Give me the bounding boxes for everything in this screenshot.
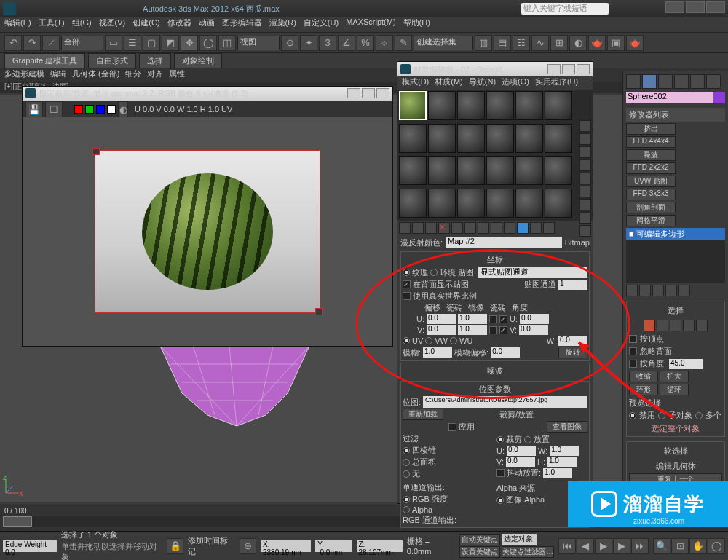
mat-menu-material[interactable]: 材质(M) (435, 76, 463, 90)
bg-icon[interactable] (579, 146, 591, 158)
sub-radio[interactable] (658, 412, 665, 419)
manip-icon[interactable]: ✦ (300, 35, 317, 51)
scale-icon[interactable]: ◫ (218, 35, 236, 51)
play-icon[interactable]: ▶ (595, 538, 612, 554)
menu-create[interactable]: 创建(C) (132, 17, 159, 32)
sample-slot[interactable] (515, 91, 543, 120)
img-close-button[interactable] (376, 88, 389, 98)
undo-icon[interactable]: ↶ (4, 35, 22, 51)
mat-min-button[interactable] (547, 64, 561, 74)
realworld-check[interactable] (403, 292, 411, 300)
sample-slot[interactable] (457, 189, 485, 218)
sub-edit[interactable]: 编辑 (50, 68, 66, 82)
sample-slot[interactable] (545, 156, 572, 185)
utilities-tab-icon[interactable] (706, 74, 721, 89)
a-channel[interactable] (107, 105, 116, 114)
u-tile-chk[interactable] (499, 315, 507, 323)
poly-subobj-icon[interactable] (683, 320, 695, 331)
area-radio[interactable] (403, 459, 410, 466)
imgalpha-radio[interactable] (496, 497, 504, 504)
sample-slot[interactable] (545, 91, 572, 120)
coord-display-icon[interactable]: ⊕ (240, 538, 256, 554)
create-tab-icon[interactable] (626, 74, 641, 89)
mat-menu-utils[interactable]: 实用程序(U) (535, 76, 578, 90)
u-mirror[interactable] (489, 315, 497, 323)
lock-icon[interactable]: 🔒 (167, 538, 183, 554)
menu-modifiers[interactable]: 修改器 (167, 17, 191, 32)
modifier-list-dropdown[interactable]: 修改器列表 (626, 108, 725, 122)
show-map-icon[interactable] (504, 222, 515, 234)
select-icon[interactable]: ▭ (105, 35, 122, 51)
orbit-icon[interactable]: ◯ (708, 538, 725, 554)
add-time-tag[interactable]: 添加时间标记 (188, 535, 234, 557)
menu-help[interactable]: 帮助(H) (403, 17, 430, 32)
edge-subobj-icon[interactable] (657, 320, 668, 331)
select-rect-icon[interactable]: ▢ (143, 35, 160, 51)
go-parent-icon[interactable] (530, 222, 542, 234)
schematic-icon[interactable]: ⊞ (550, 35, 568, 51)
g-channel[interactable] (85, 105, 94, 114)
map-name-field[interactable]: Map #2 (446, 237, 562, 248)
crop-v-spinner[interactable]: 0.0 (506, 457, 535, 467)
img-min-button[interactable] (347, 88, 360, 98)
texture-radio[interactable] (403, 269, 410, 276)
pyr-radio[interactable] (403, 447, 410, 454)
mono-icon[interactable]: ◐ (118, 101, 128, 117)
render-setup-icon[interactable]: 🫖 (588, 35, 606, 51)
percent-snap-icon[interactable]: % (357, 35, 374, 51)
goto-end-icon[interactable]: ⏭ (631, 538, 649, 554)
sample-slot[interactable] (399, 91, 427, 120)
options-icon[interactable] (579, 199, 591, 210)
configure-icon[interactable] (678, 285, 690, 296)
mod-noise[interactable]: 噪波 (626, 149, 676, 161)
named-selection[interactable]: 创建选择集 (414, 36, 473, 50)
mat-menu-nav[interactable]: 导航(N) (469, 76, 496, 90)
environ-radio[interactable] (430, 269, 438, 276)
zoom-all-icon[interactable]: ⊡ (671, 538, 689, 554)
rgbint-radio[interactable] (403, 496, 410, 503)
mod-chamfer[interactable]: 剖角剖面 (626, 202, 676, 213)
jitter-check[interactable] (496, 469, 505, 477)
snap-icon[interactable]: 3 (319, 35, 336, 51)
u-tile[interactable]: 1.0 (458, 314, 487, 324)
ref-coord[interactable]: 视图 (237, 36, 280, 50)
mat-id-icon[interactable] (491, 222, 502, 234)
minimize-button[interactable] (665, 1, 684, 13)
sample-slot[interactable] (457, 91, 485, 120)
ignoreback-check[interactable] (629, 347, 637, 355)
v-tile-chk[interactable] (499, 326, 507, 334)
crop-h-spinner[interactable]: 1.0 (547, 457, 577, 467)
video-check-icon[interactable] (579, 173, 591, 184)
show-end-icon[interactable] (517, 222, 529, 234)
mod-ffd4[interactable]: FFD 4x4x4 (626, 136, 676, 148)
u-offset[interactable]: 0.0 (427, 314, 456, 324)
vw-radio[interactable] (425, 337, 432, 344)
restore-button[interactable] (686, 1, 705, 13)
close-button[interactable] (706, 1, 725, 13)
view-image-button[interactable]: 查看图像 (547, 421, 587, 433)
map-channel-spinner[interactable]: 1 (558, 280, 587, 290)
sel-hdr[interactable]: 选择 (629, 304, 722, 318)
mat-max-button[interactable] (562, 64, 575, 74)
spinner-snap-icon[interactable]: ⟐ (376, 35, 393, 51)
sample-slot[interactable] (399, 124, 427, 153)
bitmap-hdr[interactable]: 位图参数 (403, 383, 587, 395)
window-crossing-icon[interactable]: ◩ (162, 35, 179, 51)
map-type-button[interactable]: Bitmap (565, 238, 590, 247)
pin-stack-icon[interactable] (626, 285, 638, 296)
apply-check[interactable] (448, 423, 456, 431)
select-by-mat-icon[interactable] (579, 212, 591, 224)
shrink-button[interactable]: 收缩 (629, 371, 658, 382)
sub-align[interactable]: 对齐 (147, 68, 163, 82)
soft-hdr[interactable]: 软选择 (629, 444, 722, 458)
alpha-radio[interactable] (403, 506, 410, 513)
mat-close-button[interactable] (577, 64, 590, 74)
uv-radio[interactable] (403, 337, 410, 344)
go-sibling-icon[interactable] (543, 222, 555, 234)
put-mat-icon[interactable] (412, 222, 424, 234)
material-editor-icon[interactable]: ◐ (569, 35, 587, 51)
modify-tab-icon[interactable] (642, 74, 657, 89)
angle-snap-icon[interactable]: ∠ (338, 35, 355, 51)
crop-radio[interactable] (496, 436, 504, 443)
put-library-icon[interactable] (478, 222, 489, 234)
